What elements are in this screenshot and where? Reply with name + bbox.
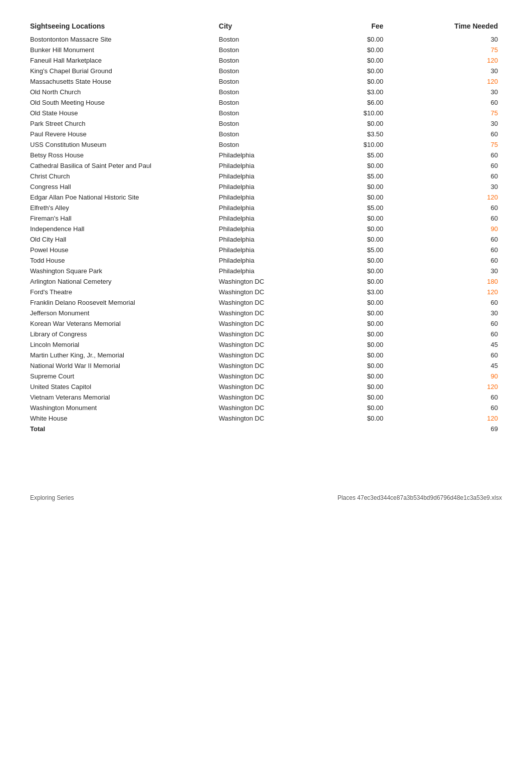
table-row: Lincoln MemorialWashington DC$0.0045: [30, 339, 502, 350]
cell-city: Washington DC: [219, 350, 323, 360]
total-time: 69: [393, 424, 502, 434]
table-row: Independence HallPhiladelphia$0.0090: [30, 224, 502, 234]
table-row: Ford's TheatreWashington DC$3.00120: [30, 287, 502, 297]
cell-fee: $0.00: [323, 266, 393, 276]
cell-time: 60: [393, 150, 502, 160]
cell-city: Washington DC: [219, 297, 323, 308]
cell-fee: $0.00: [323, 360, 393, 371]
cell-city: Washington DC: [219, 287, 323, 297]
cell-location: United States Capitol: [30, 381, 219, 392]
cell-time: 30: [393, 66, 502, 76]
cell-fee: $0.00: [323, 276, 393, 287]
cell-fee: $5.00: [323, 245, 393, 255]
cell-time: 180: [393, 276, 502, 287]
cell-fee: $0.00: [323, 318, 393, 329]
table-row: Washington Square ParkPhiladelphia$0.003…: [30, 266, 502, 276]
cell-city: Philadelphia: [219, 203, 323, 213]
cell-city: Boston: [219, 45, 323, 55]
table-row: Cathedral Basilica of Saint Peter and Pa…: [30, 160, 502, 171]
cell-time: 120: [393, 413, 502, 424]
table-header-row: Sightseeing Locations City Fee Time Need…: [30, 20, 502, 34]
cell-time: 30: [393, 87, 502, 97]
table-row: Old South Meeting HouseBoston$6.0060: [30, 97, 502, 108]
cell-location: Faneuil Hall Marketplace: [30, 55, 219, 66]
cell-fee: $6.00: [323, 97, 393, 108]
cell-city: Philadelphia: [219, 255, 323, 266]
cell-city: Boston: [219, 76, 323, 87]
cell-fee: $0.00: [323, 66, 393, 76]
cell-city: Boston: [219, 87, 323, 97]
cell-time: 75: [393, 108, 502, 118]
table-row: Congress HallPhiladelphia$0.0030: [30, 181, 502, 192]
cell-location: Christ Church: [30, 171, 219, 181]
footer-right: Places 47ec3ed344ce87a3b534bd9d6796d48e1…: [338, 494, 502, 501]
cell-location: Edgar Allan Poe National Historic Site: [30, 192, 219, 203]
cell-city: Boston: [219, 118, 323, 129]
table-row: Betsy Ross HousePhiladelphia$5.0060: [30, 150, 502, 160]
cell-time: 90: [393, 224, 502, 234]
footer: Exploring Series Places 47ec3ed344ce87a3…: [30, 494, 502, 501]
total-label: Total: [30, 424, 219, 434]
cell-fee: $3.00: [323, 87, 393, 97]
cell-time: 60: [393, 329, 502, 339]
cell-location: Betsy Ross House: [30, 150, 219, 160]
main-table-container: Sightseeing Locations City Fee Time Need…: [30, 20, 502, 434]
header-location: Sightseeing Locations: [30, 20, 219, 34]
cell-city: Philadelphia: [219, 234, 323, 245]
cell-city: Washington DC: [219, 381, 323, 392]
cell-time: 60: [393, 403, 502, 413]
cell-fee: $0.00: [323, 34, 393, 45]
cell-city: Philadelphia: [219, 245, 323, 255]
cell-city: Washington DC: [219, 339, 323, 350]
cell-time: 30: [393, 118, 502, 129]
table-row: Arlington National CemeteryWashington DC…: [30, 276, 502, 287]
cell-time: 45: [393, 339, 502, 350]
table-row: National World War II MemorialWashington…: [30, 360, 502, 371]
cell-fee: $0.00: [323, 55, 393, 66]
cell-city: Boston: [219, 66, 323, 76]
table-row: Christ ChurchPhiladelphia$5.0060: [30, 171, 502, 181]
cell-time: 120: [393, 381, 502, 392]
table-row: Library of CongressWashington DC$0.0060: [30, 329, 502, 339]
cell-city: Washington DC: [219, 360, 323, 371]
cell-location: Martin Luther King, Jr., Memorial: [30, 350, 219, 360]
cell-location: Massachusetts State House: [30, 76, 219, 87]
cell-time: 90: [393, 371, 502, 381]
table-row: USS Constitution MuseumBoston$10.0075: [30, 139, 502, 150]
cell-location: Franklin Delano Roosevelt Memorial: [30, 297, 219, 308]
cell-time: 120: [393, 192, 502, 203]
cell-location: Congress Hall: [30, 181, 219, 192]
cell-time: 30: [393, 266, 502, 276]
cell-location: Ford's Theatre: [30, 287, 219, 297]
cell-time: 45: [393, 360, 502, 371]
cell-fee: $0.00: [323, 181, 393, 192]
table-row: White HouseWashington DC$0.00120: [30, 413, 502, 424]
cell-city: Boston: [219, 139, 323, 150]
table-row: United States CapitolWashington DC$0.001…: [30, 381, 502, 392]
table-row: Bunker Hill MonumentBoston$0.0075: [30, 45, 502, 55]
cell-fee: $0.00: [323, 224, 393, 234]
cell-time: 30: [393, 181, 502, 192]
cell-city: Boston: [219, 129, 323, 139]
cell-location: Bostontonton Massacre Site: [30, 34, 219, 45]
cell-location: USS Constitution Museum: [30, 139, 219, 150]
table-row: Supreme CourtWashington DC$0.0090: [30, 371, 502, 381]
cell-city: Philadelphia: [219, 181, 323, 192]
cell-location: Old City Hall: [30, 234, 219, 245]
cell-time: 120: [393, 76, 502, 87]
cell-city: Philadelphia: [219, 160, 323, 171]
cell-location: Lincoln Memorial: [30, 339, 219, 350]
table-row: Franklin Delano Roosevelt MemorialWashin…: [30, 297, 502, 308]
cell-time: 120: [393, 287, 502, 297]
cell-city: Philadelphia: [219, 171, 323, 181]
cell-city: Washington DC: [219, 276, 323, 287]
cell-fee: $0.00: [323, 213, 393, 224]
table-row: Jefferson MonumentWashington DC$0.0030: [30, 308, 502, 318]
total-fee-empty: [323, 424, 393, 434]
cell-city: Washington DC: [219, 329, 323, 339]
cell-time: 30: [393, 308, 502, 318]
cell-fee: $0.00: [323, 381, 393, 392]
table-row: Todd HousePhiladelphia$0.0060: [30, 255, 502, 266]
table-row: Korean War Veterans MemorialWashington D…: [30, 318, 502, 329]
table-row: Edgar Allan Poe National Historic SitePh…: [30, 192, 502, 203]
